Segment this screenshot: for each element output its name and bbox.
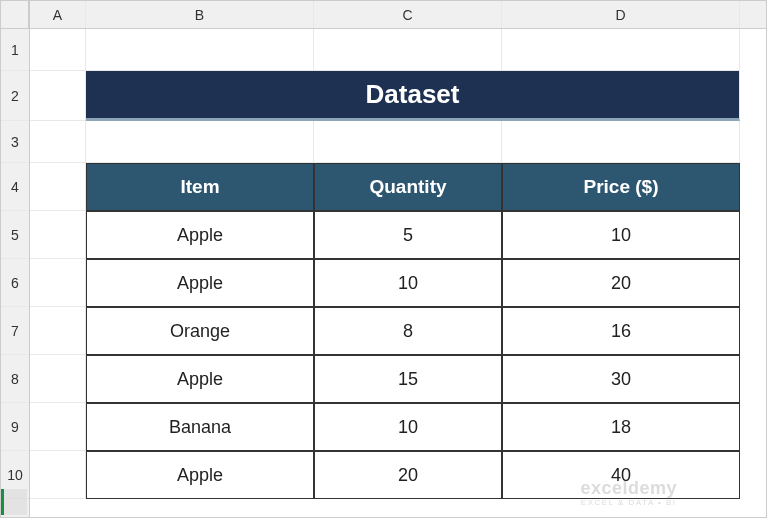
table-cell[interactable]: Banana — [86, 403, 314, 451]
cell-a9[interactable] — [30, 403, 86, 451]
row-header-7[interactable]: 7 — [1, 307, 29, 355]
col-header-b[interactable]: B — [86, 1, 314, 28]
row-header-5[interactable]: 5 — [1, 211, 29, 259]
watermark-main: exceldemy — [580, 479, 677, 499]
grid-row-1 — [30, 29, 766, 71]
cell-a3[interactable] — [30, 121, 86, 163]
grid-row-2: Dataset — [30, 71, 766, 121]
cell-c3[interactable] — [314, 121, 502, 163]
row-header-1[interactable]: 1 — [1, 29, 29, 71]
table-cell[interactable]: 10 — [314, 259, 502, 307]
cell-a1[interactable] — [30, 29, 86, 71]
table-cell[interactable]: 8 — [314, 307, 502, 355]
table-cell[interactable]: 18 — [502, 403, 740, 451]
select-all-corner[interactable] — [1, 1, 29, 29]
grid-area: A B C D Dataset — [30, 1, 766, 517]
grid-row-5: Apple 5 10 — [30, 211, 766, 259]
cell-a10[interactable] — [30, 451, 86, 499]
col-header-c[interactable]: C — [314, 1, 502, 28]
cell-d3[interactable] — [502, 121, 740, 163]
watermark-sub: EXCEL & DATA • BI — [580, 499, 677, 508]
grid-row-8: Apple 15 30 — [30, 355, 766, 403]
cell-a2[interactable] — [30, 71, 86, 121]
table-cell[interactable]: Apple — [86, 451, 314, 499]
grid-row-9: Banana 10 18 — [30, 403, 766, 451]
table-header-price[interactable]: Price ($) — [502, 163, 740, 211]
table-cell[interactable]: 15 — [314, 355, 502, 403]
row-header-2[interactable]: 2 — [1, 71, 29, 121]
row-header-4[interactable]: 4 — [1, 163, 29, 211]
col-headers-container: A B C D — [30, 1, 766, 29]
cell-b3[interactable] — [86, 121, 314, 163]
title-banner[interactable]: Dataset — [86, 71, 740, 121]
table-cell[interactable]: 5 — [314, 211, 502, 259]
grid-rows: Dataset Item Quantity Price ($) Apple 5 — [30, 29, 766, 499]
grid-row-6: Apple 10 20 — [30, 259, 766, 307]
cell-a6[interactable] — [30, 259, 86, 307]
cell-a7[interactable] — [30, 307, 86, 355]
table-cell[interactable]: 10 — [314, 403, 502, 451]
cell-a5[interactable] — [30, 211, 86, 259]
row-header-9[interactable]: 9 — [1, 403, 29, 451]
cell-a8[interactable] — [30, 355, 86, 403]
cell-d1[interactable] — [502, 29, 740, 71]
grid-row-3 — [30, 121, 766, 163]
table-header-quantity[interactable]: Quantity — [314, 163, 502, 211]
table-cell[interactable]: 10 — [502, 211, 740, 259]
col-header-d[interactable]: D — [502, 1, 740, 28]
watermark: exceldemy EXCEL & DATA • BI — [580, 479, 677, 508]
active-row-indicator — [1, 489, 27, 515]
table-cell[interactable]: 30 — [502, 355, 740, 403]
table-cell[interactable]: Apple — [86, 355, 314, 403]
row-header-3[interactable]: 3 — [1, 121, 29, 163]
table-cell[interactable]: 20 — [502, 259, 740, 307]
table-cell[interactable]: Orange — [86, 307, 314, 355]
row-header-8[interactable]: 8 — [1, 355, 29, 403]
grid-row-4: Item Quantity Price ($) — [30, 163, 766, 211]
table-header-item[interactable]: Item — [86, 163, 314, 211]
table-cell[interactable]: 20 — [314, 451, 502, 499]
table-cell[interactable]: Apple — [86, 259, 314, 307]
table-cell[interactable]: Apple — [86, 211, 314, 259]
grid-row-7: Orange 8 16 — [30, 307, 766, 355]
cell-a4[interactable] — [30, 163, 86, 211]
row-header-6[interactable]: 6 — [1, 259, 29, 307]
table-cell[interactable]: 16 — [502, 307, 740, 355]
spreadsheet: 1 2 3 4 5 6 7 8 9 10 A B C D Da — [0, 0, 767, 518]
col-header-a[interactable]: A — [30, 1, 86, 28]
cell-c1[interactable] — [314, 29, 502, 71]
row-headers-container: 1 2 3 4 5 6 7 8 9 10 — [1, 1, 30, 517]
cell-b1[interactable] — [86, 29, 314, 71]
